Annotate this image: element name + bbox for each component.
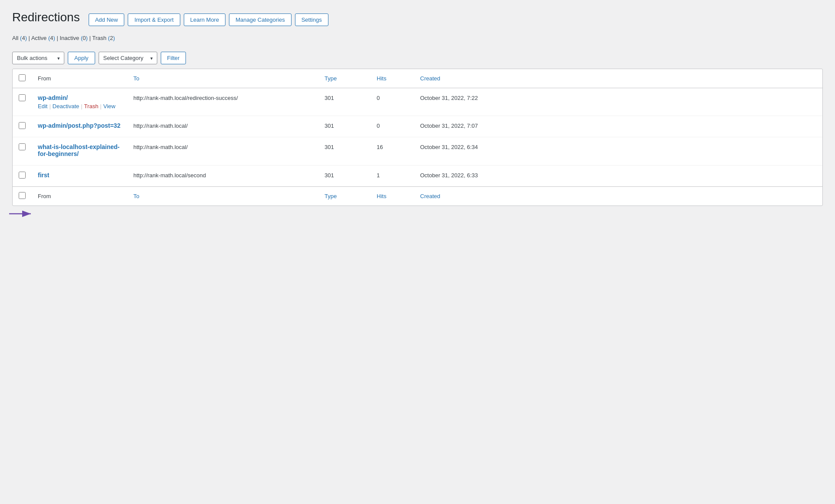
row-1-checkbox[interactable] (19, 94, 26, 101)
apply-button[interactable]: Apply (68, 52, 95, 64)
category-filter-wrapper: Select Category ▾ (99, 52, 157, 64)
row-1-deactivate-link[interactable]: Deactivate (53, 103, 79, 109)
row-3-to: http://rank-math.local/ (133, 144, 188, 150)
table-row: wp-admin/ Edit | Deactivate | Trash | Vi… (13, 88, 822, 116)
row-2-from-link[interactable]: wp-admin/post.php?post=32 (38, 122, 121, 129)
col-from-header: From (38, 75, 51, 82)
filter-active-link[interactable]: Active (4) (31, 35, 55, 41)
row-2-type: 301 (325, 123, 334, 129)
filter-inactive-link[interactable]: Inactive (0) (60, 35, 87, 41)
add-new-button[interactable]: Add New (89, 13, 125, 26)
category-filter-select[interactable]: Select Category (99, 52, 157, 64)
row-1-created: October 31, 2022, 7:22 (420, 95, 478, 101)
table-row: what-is-localhost-explained-for-beginner… (13, 137, 822, 166)
row-2-to: http://rank-math.local/ (133, 123, 188, 129)
row-4-from-link[interactable]: first (38, 172, 121, 179)
row-3-created: October 31, 2022, 6:34 (420, 144, 478, 150)
row-2-checkbox[interactable] (19, 122, 26, 129)
filter-all-link[interactable]: All (4) (12, 35, 27, 41)
footer-col-hits-header: Hits (377, 193, 386, 199)
row-1-view-link[interactable]: View (103, 103, 116, 109)
row-1-edit-link[interactable]: Edit (38, 103, 47, 109)
footer-col-type-header: Type (325, 193, 337, 199)
bulk-actions-wrapper: Bulk actions ▾ (12, 52, 64, 64)
row-1-from-link[interactable]: wp-admin/ (38, 94, 121, 101)
table-row: first http://rank-math.local/second 301 … (13, 166, 822, 187)
col-created-header: Created (420, 75, 440, 82)
footer-col-to-header: To (133, 193, 139, 199)
row-4-checkbox[interactable] (19, 172, 26, 179)
row-1-hits: 0 (377, 95, 380, 101)
row-2-created: October 31, 2022, 7:07 (420, 123, 478, 129)
row-1-trash-link[interactable]: Trash (84, 103, 99, 109)
col-type-header: Type (325, 75, 337, 82)
manage-categories-button[interactable]: Manage Categories (229, 13, 291, 26)
redirections-table: From To Type Hits Created (12, 69, 823, 206)
row-3-checkbox[interactable] (19, 143, 26, 150)
table-header-row: From To Type Hits Created (13, 69, 822, 88)
filter-trash-link[interactable]: Trash (2) (92, 35, 115, 41)
row-4-created: October 31, 2022, 6:33 (420, 172, 478, 179)
row-3-hits: 16 (377, 144, 383, 150)
col-to-header: To (133, 75, 139, 82)
row-4-hits: 1 (377, 172, 380, 179)
learn-more-button[interactable]: Learn More (184, 13, 225, 26)
row-1-to: http://rank-math.local/redirection-succe… (133, 95, 238, 101)
select-all-checkbox[interactable] (19, 74, 26, 81)
purple-arrow-annotation (9, 207, 35, 220)
row-1-type: 301 (325, 95, 334, 101)
import-export-button[interactable]: Import & Export (128, 13, 180, 26)
filter-button[interactable]: Filter (161, 52, 186, 64)
row-3-from-link[interactable]: what-is-localhost-explained-for-beginner… (38, 143, 121, 157)
row-4-to: http://rank-math.local/second (133, 172, 206, 179)
footer-select-all-checkbox[interactable] (19, 192, 26, 199)
row-1-actions: Edit | Deactivate | Trash | View (38, 103, 121, 109)
table-row: wp-admin/post.php?post=32 http://rank-ma… (13, 116, 822, 137)
filter-links: All (4) | Active (4) | Inactive (0) | Tr… (12, 35, 823, 41)
footer-col-created-header: Created (420, 193, 440, 199)
toolbar: Bulk actions ▾ Apply Select Category ▾ F… (12, 47, 823, 69)
bulk-actions-select[interactable]: Bulk actions (12, 52, 64, 64)
page-title: Redirections (12, 10, 80, 24)
row-2-hits: 0 (377, 123, 380, 129)
footer-col-from-header: From (38, 193, 51, 199)
row-3-type: 301 (325, 144, 334, 150)
row-4-type: 301 (325, 172, 334, 179)
settings-button[interactable]: Settings (295, 13, 328, 26)
col-hits-header: Hits (377, 75, 386, 82)
table-footer-row: From To Type Hits Created (13, 187, 822, 206)
